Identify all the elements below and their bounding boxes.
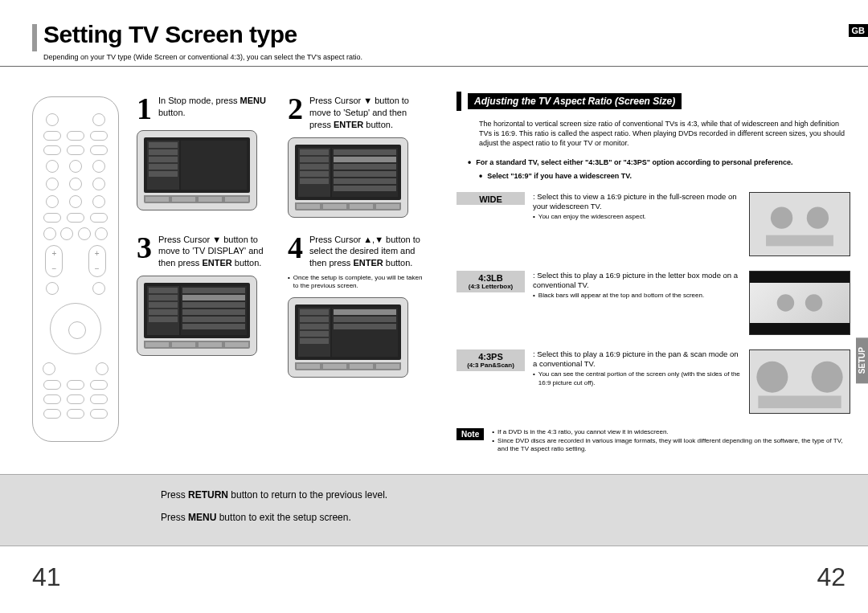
page-title: Setting TV Screen type	[43, 21, 297, 48]
option-subdesc: You can enjoy the widescreen aspect.	[538, 213, 646, 221]
step-bold: ENTER	[202, 258, 231, 268]
title-rule	[32, 24, 37, 51]
remote-illustration: +−+−	[32, 96, 119, 442]
option-subdesc: You can see the central portion of the s…	[538, 370, 741, 387]
step-number: 2	[288, 93, 303, 124]
step-bold: MENU	[240, 96, 266, 105]
svg-rect-9	[758, 395, 841, 408]
osd-screenshot	[288, 297, 408, 378]
note-box: Note If a DVD is in the 4:3 ratio, you c…	[457, 428, 850, 454]
step-text: button.	[158, 108, 186, 117]
panscan-preview-image	[749, 349, 850, 414]
bullet-widescreen: Select "16:9" if you have a widescreen T…	[479, 171, 850, 181]
option-43lb: 4:3LB (4:3 Letterbox) : Select this to p…	[457, 271, 850, 335]
footer-line-menu: Press MENU button to exit the setup scre…	[161, 512, 868, 523]
option-sublabel: (4:3 Letterbox)	[457, 283, 525, 292]
svg-point-4	[777, 294, 794, 311]
footer-line-return: Press RETURN button to return to the pre…	[161, 489, 868, 501]
svg-point-5	[805, 294, 822, 311]
svg-point-1	[771, 206, 792, 228]
option-desc: Select this to play a 16:9 picture in th…	[533, 349, 739, 368]
option-sublabel: (4:3 Pan&Scan)	[457, 362, 525, 370]
note-line: Since DVD discs are recorded in various …	[497, 437, 850, 455]
step-number: 1	[137, 93, 152, 124]
letterbox-preview-image	[749, 271, 850, 335]
step-2: 2 Press Cursor ▼ button to move to 'Setu…	[288, 93, 424, 218]
note-line: If a DVD is in the 4:3 ratio, you cannot…	[497, 428, 669, 437]
wide-preview-image	[749, 192, 850, 256]
option-label: 4:3LB (4:3 Letterbox)	[457, 271, 525, 292]
osd-screenshot	[137, 130, 257, 210]
option-subdesc: Black bars will appear at the top and bo…	[538, 292, 704, 300]
step-4: 4 Press Cursor ▲,▼ button to select the …	[288, 232, 424, 378]
option-desc: Select this to view a 16:9 picture in th…	[533, 192, 736, 210]
option-desc: Select this to play a 16:9 picture in th…	[533, 271, 738, 289]
step-bold: ENTER	[353, 258, 383, 268]
divider	[0, 66, 868, 67]
step-bold: ENTER	[334, 120, 363, 129]
svg-point-7	[756, 361, 788, 392]
aspect-ratio-section: Adjusting the TV Aspect Ratio (Screen Si…	[457, 92, 850, 454]
option-43ps: 4:3PS (4:3 Pan&Scan) : Select this to pl…	[457, 349, 850, 414]
step-note: Once the setup is complete, you will be …	[288, 274, 424, 291]
section-heading: Adjusting the TV Aspect Ratio (Screen Si…	[457, 92, 850, 111]
osd-screenshot	[137, 276, 257, 356]
language-badge: GB	[849, 24, 869, 37]
option-label: 4:3PS (4:3 Pan&Scan)	[457, 349, 525, 371]
page-number-left: 41	[32, 562, 61, 592]
dpad-icon	[50, 303, 101, 354]
section-heading-text: Adjusting the TV Aspect Ratio (Screen Si…	[468, 93, 682, 109]
option-wide: WIDE : Select this to view a 16:9 pictur…	[457, 192, 850, 256]
bullet-standard-tv: For a standard TV, select either "4:3LB"…	[468, 157, 850, 167]
svg-point-8	[812, 361, 843, 392]
svg-rect-3	[766, 235, 833, 246]
note-label: Note	[457, 428, 484, 440]
step-text: In Stop mode, press	[158, 96, 240, 105]
step-number: 4	[288, 232, 303, 263]
osd-screenshot	[288, 137, 408, 218]
step-text: button.	[363, 120, 393, 129]
footer-bar: Press RETURN button to return to the pre…	[0, 474, 868, 546]
step-text: button.	[232, 258, 262, 268]
step-number: 3	[137, 232, 152, 263]
intro-text: The horizontal to vertical screen size r…	[479, 119, 850, 148]
page-number-right: 42	[817, 562, 845, 592]
step-3: 3 Press Cursor ▼ button to move to 'TV D…	[137, 232, 273, 378]
step-text: button.	[383, 258, 413, 268]
steps-section: 1 In Stop mode, press MENU button. 2 Pre…	[137, 93, 442, 392]
setup-side-tab: SETUP	[856, 337, 868, 383]
svg-point-2	[807, 206, 829, 228]
option-label: WIDE	[457, 192, 525, 205]
step-1: 1 In Stop mode, press MENU button.	[137, 93, 273, 218]
page-subtitle: Depending on your TV type (Wide Screen o…	[43, 53, 362, 61]
